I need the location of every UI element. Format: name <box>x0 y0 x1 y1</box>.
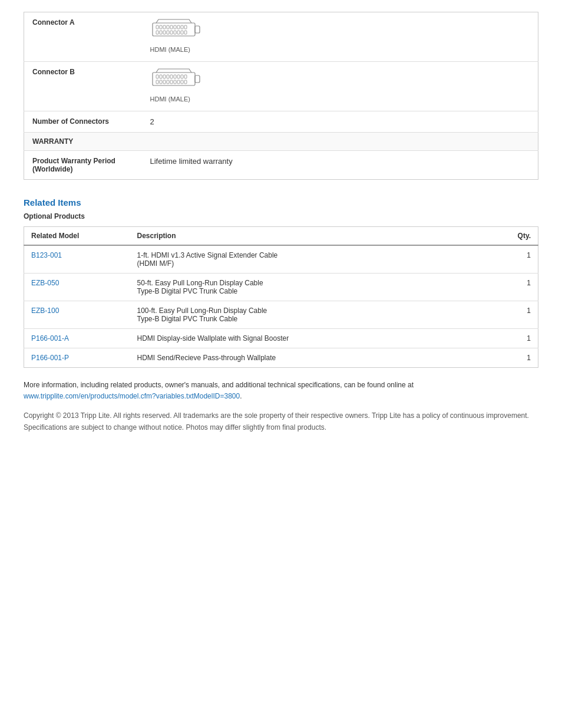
related-items-table: Related Model Description Qty. B123-0011… <box>24 226 538 368</box>
svg-rect-19 <box>195 26 200 33</box>
specs-table: Connector A <box>24 12 538 180</box>
table-row: P166-001-PHDMI Send/Recieve Pass-through… <box>24 348 538 368</box>
product-warranty-value: Lifetime limited warranty <box>142 151 538 180</box>
table-row: B123-0011-ft. HDMI v1.3 Active Signal Ex… <box>24 245 538 274</box>
model-link[interactable]: B123-001 <box>31 251 62 259</box>
svg-rect-13 <box>167 31 169 34</box>
svg-rect-34 <box>170 80 173 84</box>
description-cell: HDMI Send/Recieve Pass-through Wallplate <box>130 348 503 368</box>
model-link[interactable]: P166-001-P <box>31 354 69 362</box>
qty-cell: 1 <box>503 348 538 368</box>
qty-cell: 1 <box>503 301 538 329</box>
svg-rect-3 <box>163 25 166 29</box>
svg-rect-35 <box>174 80 176 84</box>
svg-rect-32 <box>163 80 166 84</box>
hdmi-b-icon: HDMI (MALE) <box>150 68 203 103</box>
connector-b-label: Connector B <box>24 62 142 111</box>
model-link[interactable]: P166-001-A <box>31 334 69 342</box>
model-cell: EZB-100 <box>24 301 130 329</box>
info-text: More information, including related prod… <box>24 380 538 402</box>
description-cell: 50-ft. Easy Pull Long-Run Display CableT… <box>130 274 503 301</box>
model-cell: B123-001 <box>24 245 130 274</box>
product-warranty-label: Product Warranty Period (Worldwide) <box>24 151 142 180</box>
svg-rect-22 <box>160 75 162 78</box>
info-link[interactable]: www.tripplite.com/en/products/model.cfm?… <box>24 392 240 400</box>
description-header: Description <box>130 227 503 246</box>
hdmi-a-label: HDMI (MALE) <box>150 46 203 53</box>
svg-rect-15 <box>174 31 176 34</box>
svg-rect-17 <box>181 31 183 34</box>
svg-rect-10 <box>156 31 158 34</box>
svg-rect-28 <box>181 75 183 78</box>
svg-rect-36 <box>177 80 180 84</box>
model-link[interactable]: EZB-100 <box>31 307 59 315</box>
svg-rect-8 <box>181 25 183 29</box>
model-link[interactable]: EZB-050 <box>31 279 59 287</box>
related-items-section: Related Items Optional Products Related … <box>24 197 538 368</box>
model-cell: P166-001-P <box>24 348 130 368</box>
qty-cell: 1 <box>503 274 538 301</box>
svg-rect-29 <box>184 75 187 78</box>
optional-products-label: Optional Products <box>24 212 538 220</box>
svg-rect-6 <box>174 25 176 29</box>
table-row: EZB-05050-ft. Easy Pull Long-Run Display… <box>24 274 538 301</box>
svg-rect-4 <box>167 25 169 29</box>
svg-rect-39 <box>195 75 200 83</box>
table-row: P166-001-AHDMI Display-side Wallplate wi… <box>24 329 538 348</box>
connector-a-row: Connector A <box>24 12 538 62</box>
description-cell: 100-ft. Easy Pull Long-Run Display Cable… <box>130 301 503 329</box>
svg-rect-5 <box>170 25 173 29</box>
product-warranty-row: Product Warranty Period (Worldwide) Life… <box>24 151 538 180</box>
copyright-text: Copyright © 2013 Tripp Lite. All rights … <box>24 410 538 433</box>
hdmi-a-icon: HDMI (MALE) <box>150 18 203 53</box>
warranty-header-row: WARRANTY <box>24 133 538 151</box>
svg-rect-2 <box>160 25 162 29</box>
svg-rect-31 <box>160 80 162 84</box>
svg-rect-7 <box>177 25 180 29</box>
connector-a-label: Connector A <box>24 12 142 62</box>
svg-rect-18 <box>184 31 187 34</box>
number-of-connectors-value: 2 <box>142 111 538 133</box>
info-text-main: More information, including related prod… <box>24 381 414 389</box>
hdmi-b-label: HDMI (MALE) <box>150 95 203 103</box>
svg-rect-21 <box>156 75 158 78</box>
svg-rect-11 <box>160 31 162 34</box>
description-cell: HDMI Display-side Wallplate with Signal … <box>130 329 503 348</box>
svg-rect-30 <box>156 80 158 84</box>
model-cell: EZB-050 <box>24 274 130 301</box>
svg-rect-26 <box>174 75 176 78</box>
related-items-title: Related Items <box>24 197 538 207</box>
model-cell: P166-001-A <box>24 329 130 348</box>
qty-cell: 1 <box>503 245 538 274</box>
warranty-header-label: WARRANTY <box>24 133 538 151</box>
svg-rect-23 <box>163 75 166 78</box>
svg-rect-12 <box>163 31 166 34</box>
svg-rect-9 <box>184 25 187 29</box>
connector-b-value: HDMI (MALE) <box>142 62 538 111</box>
svg-rect-27 <box>177 75 180 78</box>
svg-rect-33 <box>167 80 169 84</box>
svg-rect-16 <box>177 31 180 34</box>
qty-cell: 1 <box>503 329 538 348</box>
svg-rect-25 <box>170 75 173 78</box>
number-of-connectors-row: Number of Connectors 2 <box>24 111 538 133</box>
qty-header: Qty. <box>503 227 538 246</box>
table-row: EZB-100100-ft. Easy Pull Long-Run Displa… <box>24 301 538 329</box>
svg-rect-24 <box>167 75 169 78</box>
svg-rect-1 <box>156 25 158 29</box>
description-cell: 1-ft. HDMI v1.3 Active Signal Extender C… <box>130 245 503 274</box>
related-table-header-row: Related Model Description Qty. <box>24 227 538 246</box>
hdmi-connector-svg-a <box>150 18 203 45</box>
svg-rect-14 <box>170 31 173 34</box>
svg-rect-38 <box>184 80 187 84</box>
connector-b-row: Connector B <box>24 62 538 111</box>
hdmi-connector-svg-b <box>150 68 203 94</box>
svg-rect-37 <box>181 80 183 84</box>
related-model-header: Related Model <box>24 227 130 246</box>
connector-a-value: HDMI (MALE) <box>142 12 538 62</box>
number-of-connectors-label: Number of Connectors <box>24 111 142 133</box>
